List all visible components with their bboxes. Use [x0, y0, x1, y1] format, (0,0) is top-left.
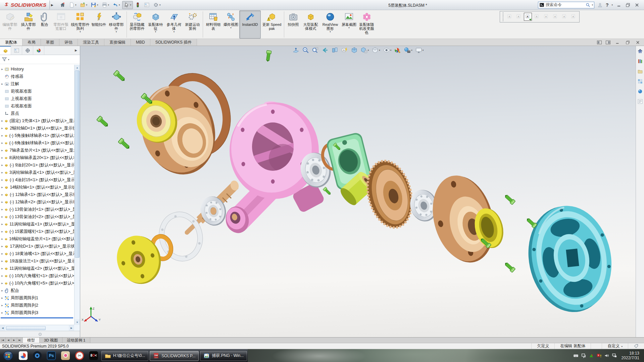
- tree-item[interactable]: ▸局部圆周阵列3: [0, 309, 74, 316]
- minimize-button[interactable]: [616, 2, 622, 8]
- custom-properties-tab[interactable]: [637, 99, 643, 104]
- tray-ime[interactable]: [589, 353, 594, 358]
- tree-item[interactable]: ▸(-) 4油封15<1> (默认<<默认>_显示状态 1>): [0, 176, 74, 184]
- tab-MBD[interactable]: MBD: [131, 39, 150, 46]
- ribbon-assembly-features-button[interactable]: 装配体特征▾: [146, 10, 165, 39]
- taskbar-app-launcher[interactable]: [18, 351, 29, 361]
- tree-item[interactable]: 右视基准面: [0, 102, 74, 110]
- tree-filter[interactable]: ▾: [0, 55, 80, 64]
- expand-arrow-icon[interactable]: ▸: [0, 200, 4, 204]
- doc-nav-3[interactable]: ▶|: [17, 338, 23, 343]
- tree-item[interactable]: ▸(-) 5角接触球轴承<1> (默认<<默认>_显示状态 1>): [0, 132, 74, 139]
- tab-布局[interactable]: 布局: [22, 39, 41, 46]
- taskbar-clock[interactable]: 18:13 2022/7/31: [622, 351, 639, 360]
- tab-渲染工具[interactable]: 渲染工具: [78, 39, 104, 46]
- home-button[interactable]: [58, 1, 67, 9]
- tree-item[interactable]: ▸(固定) 1壳体<1> (默认<<默认>_显示状态 1>): [0, 117, 74, 124]
- previous-view-button[interactable]: [320, 46, 330, 54]
- expand-arrow-icon[interactable]: ▸: [0, 186, 4, 189]
- help-button[interactable]: ?: [606, 2, 609, 8]
- tree-item[interactable]: ▸17涡轮D<1> (默认<<默认>_显示状态 1>): [0, 243, 74, 250]
- taskbar-browser[interactable]: [32, 351, 43, 361]
- solidworks-resources-tab[interactable]: [637, 48, 643, 54]
- ribbon-insert-component-button[interactable]: 插入零部件: [19, 10, 38, 39]
- tree-item[interactable]: ▸7轴承盖垫片<1> (默认<<默认>_显示状态 1>): [0, 147, 74, 154]
- expand-arrow-icon[interactable]: ▸: [0, 230, 4, 233]
- ribbon-exploded-view-button[interactable]: 爆炸视图▾: [222, 10, 239, 39]
- doc-close-button[interactable]: [635, 39, 641, 45]
- ribbon-assembly-random-colors-button[interactable]: 装配体随机改变颜色: [357, 10, 376, 39]
- edit-appearance-button[interactable]: [393, 46, 402, 54]
- display-style-button[interactable]: ▾: [370, 46, 381, 54]
- ribbon-smart-fasteners-button[interactable]: 智能扣件: [90, 10, 107, 39]
- expand-arrow-icon[interactable]: ▸: [0, 259, 4, 263]
- options-button[interactable]: ▾: [152, 1, 162, 9]
- tree-item[interactable]: ▸(-) 13骨架油封<2> (默认<<默认>_显示状态 1>): [0, 213, 74, 220]
- expand-arrow-icon[interactable]: ▸: [0, 245, 4, 248]
- expand-arrow-icon[interactable]: ▸: [0, 119, 4, 122]
- zoom-to-fit-button[interactable]: [291, 46, 300, 54]
- toolbar-grip[interactable]: [503, 12, 504, 21]
- tree-item[interactable]: ▸(-) 10内六角螺钉<5> (默认<<默认>_显示状态 1>): [0, 279, 74, 287]
- expand-arrow-icon[interactable]: ▸: [0, 274, 4, 277]
- tab-评估[interactable]: 评估: [59, 39, 78, 46]
- pane-left-icon[interactable]: [597, 41, 602, 44]
- tree-item[interactable]: ▸局部圆周阵列1: [0, 294, 74, 302]
- tree-item[interactable]: ▸配合: [0, 287, 74, 294]
- tree-item[interactable]: ▸2蜗轮轴D<1> (默认<<默认>_显示状态 1>): [0, 124, 74, 132]
- design-library-tab[interactable]: [637, 58, 643, 64]
- doc-nav-2[interactable]: ▶: [11, 338, 17, 343]
- search-input[interactable]: 搜索命令 ▾: [538, 2, 594, 8]
- tray-solidworks-alert[interactable]: S: [596, 353, 602, 358]
- tree-item[interactable]: ▸(-) 18黄油嘴<1> (默认<<默认>_显示状态 1>): [0, 250, 74, 257]
- expand-arrow-icon[interactable]: ▸: [0, 149, 4, 152]
- annotation-tool-3-button[interactable]: A: [524, 13, 532, 21]
- status-tag[interactable]: [628, 343, 644, 349]
- tab-装配体[interactable]: 装配体: [0, 39, 22, 46]
- tab-SOLIDWORKS 插件[interactable]: SOLIDWORKS 插件: [150, 39, 197, 46]
- ribbon-reference-geometry-button[interactable]: 参考几何体▾: [165, 10, 183, 39]
- tree-item[interactable]: ▸11涡轮轴端盖<1> (默认<<默认>_显示状态 1>): [0, 220, 74, 228]
- tree-item[interactable]: ▸14蜗轮轴<1> (默认<<默认>_显示状态 1>): [0, 184, 74, 191]
- solidworks-window-button[interactable]: SW2019SOLIDWORKS P...: [150, 351, 199, 361]
- file-properties-button[interactable]: [143, 1, 151, 9]
- panel-splitter[interactable]: [0, 331, 80, 337]
- ribbon-large-assembly-mode-button[interactable]: 大型装配体模式: [301, 10, 320, 39]
- doc-nav-0[interactable]: |◀: [0, 338, 6, 343]
- doc-nav-1[interactable]: ◀: [6, 338, 11, 343]
- ribbon-realview-graphics-button[interactable]: RealView 图形▾: [320, 10, 341, 39]
- filter-icon[interactable]: [2, 57, 7, 62]
- tree-item[interactable]: ▸(-) 15紧固螺钉<1> (默认<<默认>_显示状态 1>): [0, 228, 74, 235]
- tree-item[interactable]: ▸11涡轮轴端盖<2> (默认<<默认>_显示状态 1>): [0, 265, 74, 272]
- ribbon-move-component-button[interactable]: 移动零部件▾: [107, 10, 126, 39]
- tree-item[interactable]: 传感器: [0, 73, 74, 80]
- tree-item[interactable]: 前视基准面: [0, 88, 74, 95]
- expand-arrow-icon[interactable]: ▸: [0, 222, 4, 226]
- doc-minimize-button[interactable]: [614, 39, 621, 45]
- tree-item[interactable]: ▸(-) 10内六角螺钉<1> (默认<<默认>_显示状态 1>): [0, 272, 74, 279]
- view-settings-button[interactable]: ▾: [414, 46, 425, 54]
- tree-item[interactable]: ▸(-) 12轴承<2> (默认<<默认>_显示状态 1>): [0, 198, 74, 206]
- tree-item[interactable]: ▸(-) 6角接触球轴承<1> (默认<<默认>_显示状态 1>): [0, 139, 74, 147]
- expand-arrow-icon[interactable]: ▸: [0, 296, 4, 300]
- restore-button[interactable]: [625, 2, 631, 8]
- select-button[interactable]: ▾: [122, 1, 133, 9]
- ribbon-update-speedpak-button[interactable]: 更新 Speedpak: [261, 10, 283, 39]
- panel-flyout-arrow[interactable]: ▶: [72, 46, 80, 55]
- vscroll-thumb[interactable]: [75, 70, 80, 258]
- help-caret[interactable]: ▾: [611, 4, 613, 6]
- doctab-模型[interactable]: 模型: [23, 338, 40, 343]
- ribbon-new-motion-study-button[interactable]: 新建运动算例: [183, 10, 202, 39]
- taskbar-photo-manager[interactable]: [60, 351, 71, 361]
- expand-arrow-icon[interactable]: ▸: [0, 126, 4, 130]
- tab-property-manager[interactable]: [11, 46, 22, 55]
- taskbar-photoshop[interactable]: Ps: [46, 351, 57, 361]
- expand-arrow-icon[interactable]: ▸: [0, 237, 4, 241]
- tray-network[interactable]: [612, 353, 617, 358]
- menu-expand-arrow[interactable]: ▶: [50, 1, 54, 9]
- tree-item[interactable]: ▸History: [0, 65, 74, 73]
- tab-直接编辑[interactable]: 直接编辑: [104, 39, 131, 46]
- tree-item[interactable]: ▸8涡轮轴轴承盖20<1> (默认<<默认>_显示状态 1>): [0, 154, 74, 161]
- open-button[interactable]: ▾: [79, 1, 89, 9]
- expand-arrow-icon[interactable]: ▸: [0, 67, 4, 71]
